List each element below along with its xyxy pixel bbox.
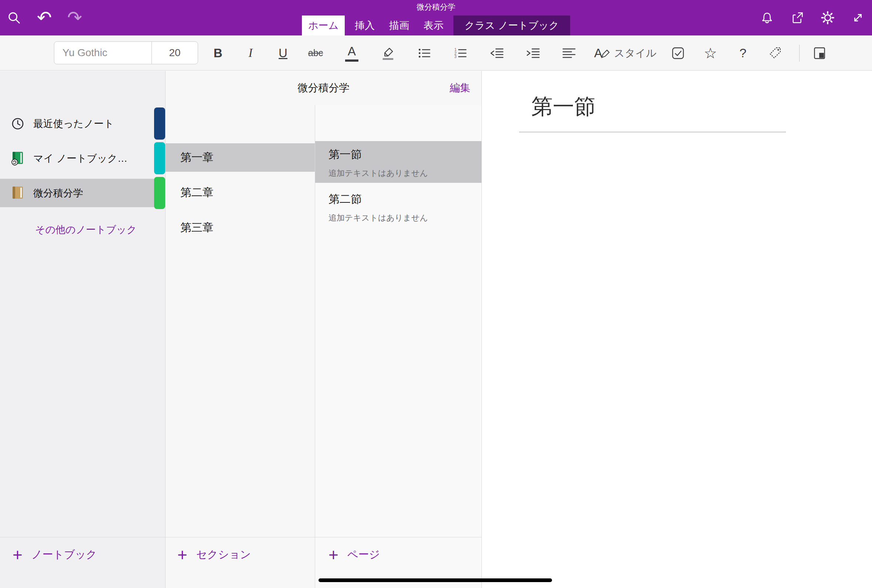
indent-button[interactable] (522, 41, 543, 65)
page-item-section2[interactable]: 第二節 追加テキストはありません (315, 186, 482, 228)
sidebar-item-label: 最近使ったノート (33, 117, 114, 130)
more-notebooks-link[interactable]: その他のノートブック (35, 223, 137, 236)
home-indicator[interactable] (318, 578, 552, 582)
page-list: 第一節 追加テキストはありません 第二節 追加テキストはありません (315, 141, 482, 231)
edit-button[interactable]: 編集 (450, 71, 470, 105)
page-editor[interactable]: 第一節 (482, 71, 872, 588)
question-tag-button[interactable]: ? (733, 41, 753, 65)
tag-icon (768, 46, 783, 61)
underline-icon: U (279, 46, 287, 60)
font-name-select[interactable]: Yu Gothic (54, 47, 152, 59)
main-columns: 最近使ったノート マイ ノートブック… 微分積分学 その他のノートブック + (0, 71, 872, 588)
page-title-field[interactable]: 第一節 (531, 92, 596, 121)
section-item-chapter2[interactable]: 第二章 (165, 178, 315, 207)
bullet-list-button[interactable] (414, 41, 435, 65)
bullet-list-icon (416, 45, 432, 61)
format-toolbar: Yu Gothic 20 B I U abc A 123 (0, 36, 872, 70)
settings-button[interactable] (820, 10, 835, 25)
add-notebook-button[interactable]: + ノートブック (0, 537, 165, 563)
star-icon: ☆ (704, 46, 717, 61)
notifications-button[interactable] (760, 10, 774, 25)
gear-icon (820, 10, 835, 25)
plus-icon: + (177, 546, 187, 563)
page-item-subtitle: 追加テキストはありません (329, 168, 482, 179)
sidebar-item-my-notebook[interactable]: マイ ノートブック… (0, 144, 165, 172)
numbered-list-icon: 123 (453, 45, 468, 61)
notebook-color-tab (154, 142, 165, 174)
plus-icon: + (12, 546, 23, 563)
search-icon (7, 11, 21, 25)
italic-button[interactable]: I (240, 41, 261, 65)
todo-checkbox-icon (671, 46, 685, 61)
pages-column: 第一節 追加テキストはありません 第二節 追加テキストはありません + ページ (315, 105, 482, 588)
strikethrough-button[interactable]: abc (305, 41, 326, 65)
tab-insert[interactable]: 挿入 (350, 15, 379, 36)
add-section-button[interactable]: + セクション (165, 537, 315, 563)
topbar-right-icons (760, 0, 865, 36)
toolbar-buttons: B I U abc A 123 (208, 36, 842, 70)
sidebar-item-label: マイ ノートブック… (33, 152, 128, 165)
section-list: 第一章 第二章 第三章 (165, 143, 315, 249)
font-color-icon: A (348, 44, 356, 58)
notebook-sync-icon (10, 150, 26, 166)
underline-button[interactable]: U (273, 41, 293, 65)
notebook-icon (10, 185, 26, 201)
toolbar-divider (799, 45, 800, 62)
sticky-note-icon (812, 46, 827, 61)
align-left-icon (561, 45, 577, 61)
question-mark-icon: ? (739, 46, 746, 60)
bell-icon (760, 11, 774, 25)
font-color-bar (345, 60, 359, 62)
page-title-underline (519, 132, 786, 132)
sidebar-item-recent-notes[interactable]: 最近使ったノート (0, 110, 165, 138)
custom-tag-button[interactable] (765, 41, 786, 65)
notebooks-sidebar: 最近使ったノート マイ ノートブック… 微分積分学 その他のノートブック + (0, 71, 165, 588)
important-tag-button[interactable]: ☆ (700, 41, 721, 65)
ribbon-tabs: ホーム 挿入 描画 表示 クラス ノートブック (302, 15, 570, 36)
section-item-chapter1[interactable]: 第一章 (165, 143, 315, 172)
indent-icon (525, 45, 540, 61)
panel-header: 微分積分学 編集 (165, 71, 482, 105)
sections-pages-panel: 微分積分学 編集 第一章 第二章 第三章 + セクション (165, 71, 482, 588)
notebook-color-tab (154, 177, 165, 209)
bold-button[interactable]: B (208, 41, 228, 65)
sidebar-footer: + ノートブック (0, 537, 165, 588)
alignment-button[interactable] (559, 41, 579, 65)
clock-icon (10, 116, 26, 132)
page-item-section1[interactable]: 第一節 追加テキストはありません (315, 141, 482, 183)
add-page-button[interactable]: + ページ (315, 537, 482, 563)
styles-button[interactable]: A スタイル (594, 46, 657, 60)
page-item-subtitle: 追加テキストはありません (329, 212, 482, 224)
tab-home[interactable]: ホーム (302, 15, 345, 36)
outdent-button[interactable] (486, 41, 507, 65)
tab-view[interactable]: 表示 (419, 15, 448, 36)
undo-button[interactable]: ↶ (37, 10, 52, 25)
notebook-title: 微分積分学 (298, 81, 350, 95)
plus-icon: + (329, 546, 338, 563)
share-button[interactable] (790, 10, 805, 25)
search-button[interactable] (7, 10, 21, 25)
bold-icon: B (213, 46, 222, 60)
highlight-button[interactable] (378, 41, 398, 65)
add-page-label: ページ (347, 548, 380, 562)
styles-label: スタイル (614, 46, 657, 60)
todo-tag-button[interactable] (668, 41, 688, 65)
section-item-chapter3[interactable]: 第三章 (165, 213, 315, 242)
sidebar-item-label: 微分積分学 (33, 186, 83, 200)
notebook-color-tab (154, 108, 165, 140)
sticky-note-button[interactable] (809, 41, 830, 65)
fullscreen-button[interactable] (851, 10, 865, 25)
onenote-app: 微分積分学 ↶ ↷ ホーム 挿入 描画 表示 クラス ノートブック (0, 0, 872, 588)
font-size-select[interactable]: 20 (152, 42, 198, 64)
numbered-list-button[interactable]: 123 (450, 41, 471, 65)
font-color-button[interactable]: A (341, 41, 362, 65)
page-item-title: 第一節 (329, 147, 482, 162)
redo-icon: ↷ (67, 10, 82, 25)
redo-button[interactable]: ↷ (67, 10, 82, 25)
tab-class-notebook[interactable]: クラス ノートブック (453, 15, 570, 36)
outdent-icon (489, 45, 504, 61)
tab-draw[interactable]: 描画 (385, 15, 413, 36)
expand-icon (851, 11, 865, 25)
add-section-label: セクション (196, 548, 251, 562)
sidebar-item-calculus-notebook[interactable]: 微分積分学 (0, 179, 165, 207)
